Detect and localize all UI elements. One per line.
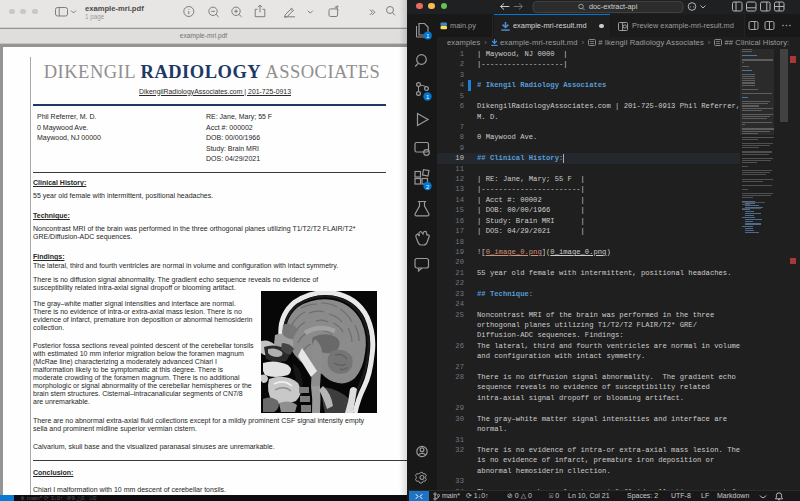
svg-text:1: 1 (426, 94, 429, 100)
svg-text:doc-extract-api: doc-extract-api (589, 2, 638, 11)
svg-text:2: 2 (426, 184, 429, 190)
svg-text:1: 1 (426, 33, 429, 39)
